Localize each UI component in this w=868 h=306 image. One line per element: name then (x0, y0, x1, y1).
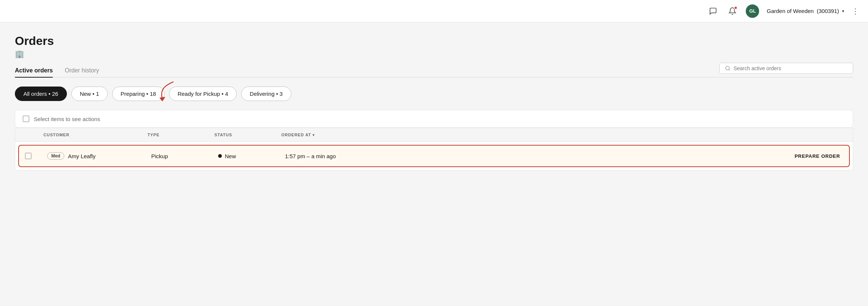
filter-new[interactable]: New • 1 (71, 87, 108, 101)
filter-all-orders[interactable]: All orders • 26 (15, 87, 67, 101)
row-checkbox-cell (19, 153, 41, 159)
filter-delivering[interactable]: Delivering • 3 (241, 87, 291, 101)
more-options-icon[interactable]: ⋮ (852, 7, 859, 16)
avatar: GL (746, 4, 759, 18)
select-label: Select items to see actions (34, 116, 100, 122)
sort-icon: ▾ (312, 133, 315, 137)
row-type-cell: Pickup (145, 153, 212, 159)
store-selector[interactable]: Garden of Weeden (300391) ▾ (767, 8, 844, 14)
header-checkbox (15, 133, 38, 137)
filter-ready-for-pickup[interactable]: Ready for Pickup • 4 (169, 87, 237, 101)
orders-table: Customer Type Status Ordered at ▾ Med Am… (15, 128, 853, 170)
search-bar-container (719, 63, 853, 74)
header-ordered-at[interactable]: Ordered at ▾ (275, 133, 372, 137)
main-content: Orders 🏢 Active orders Order history All… (0, 22, 868, 182)
search-input[interactable] (733, 65, 848, 71)
tabs-bar: Active orders Order history (15, 64, 853, 78)
table-row[interactable]: Med Amy Leafly Pickup New 1:57 pm – a mi… (18, 145, 850, 167)
page-title: Orders (15, 34, 853, 48)
top-navigation: GL Garden of Weeden (300391) ▾ ⋮ (0, 0, 868, 22)
row-checkbox[interactable] (25, 153, 32, 159)
notification-badge (734, 6, 738, 10)
status-dot-icon (218, 154, 222, 158)
row-ordered-at-cell: 1:57 pm – a min ago (279, 153, 376, 159)
chevron-down-icon: ▾ (842, 9, 844, 14)
filter-row: All orders • 26 New • 1 Preparing • 18 R… (15, 87, 853, 101)
store-id: (300391) (817, 8, 839, 14)
header-type: Type (142, 133, 208, 137)
svg-line-1 (729, 69, 730, 71)
header-status: Status (208, 133, 275, 137)
tab-order-history[interactable]: Order history (65, 64, 99, 78)
tab-active-orders[interactable]: Active orders (15, 64, 53, 78)
store-building-icon: 🏢 (15, 49, 853, 58)
select-bar: Select items to see actions (15, 110, 853, 128)
header-customer: Customer (38, 133, 142, 137)
select-all-checkbox[interactable] (23, 115, 29, 122)
chat-icon[interactable] (707, 5, 719, 17)
row-customer-cell: Med Amy Leafly (41, 152, 145, 160)
row-action-cell: PREPARE ORDER (376, 153, 849, 159)
search-bar[interactable] (719, 63, 853, 74)
notification-icon[interactable] (726, 5, 738, 17)
row-status-cell: New (212, 153, 279, 159)
prepare-order-button[interactable]: PREPARE ORDER (794, 153, 840, 159)
search-icon (725, 65, 731, 71)
header-action (372, 133, 853, 137)
customer-med-badge: Med (47, 152, 64, 160)
customer-name: Amy Leafly (68, 153, 95, 159)
store-name: Garden of Weeden (767, 8, 813, 14)
filter-preparing[interactable]: Preparing • 18 (112, 87, 165, 101)
svg-point-0 (726, 66, 729, 70)
table-header: Customer Type Status Ordered at ▾ (15, 128, 853, 142)
status-label: New (225, 153, 236, 159)
